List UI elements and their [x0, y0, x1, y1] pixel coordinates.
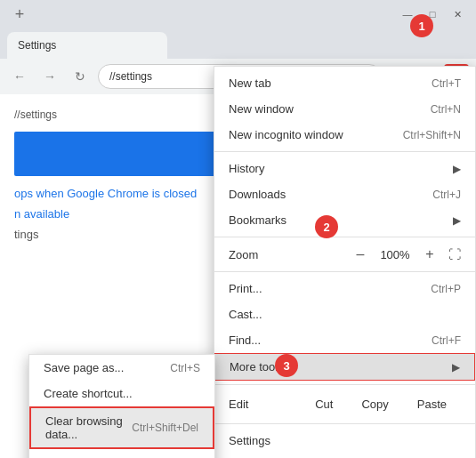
menu-item-find[interactable]: Find... Ctrl+F: [214, 327, 475, 353]
menu-item-help[interactable]: Help ▶: [214, 454, 475, 458]
dropdown-menu: New tab Ctrl+T New window Ctrl+N New inc…: [214, 66, 476, 458]
forward-button[interactable]: →: [37, 64, 62, 89]
menu-section-history: History ▶ Downloads Ctrl+J Bookmarks ▶: [214, 152, 475, 237]
menu-item-bookmarks[interactable]: Bookmarks ▶: [214, 207, 475, 233]
annotation-circle-1: 1: [410, 14, 433, 37]
close-button[interactable]: ✕: [446, 3, 469, 26]
menu-section-edit: Edit Cut Copy Paste: [214, 385, 475, 424]
menu-section-tools: Print... Ctrl+P Cast... Find... Ctrl+F M…: [214, 272, 475, 385]
submenu-extensions[interactable]: Extensions: [29, 449, 214, 458]
reload-button[interactable]: ↻: [68, 64, 93, 89]
title-bar: + — □ ✕: [0, 0, 476, 28]
zoom-row: Zoom – 100% + ⛶: [214, 241, 475, 268]
tab-title: Settings: [18, 39, 56, 52]
paste-button[interactable]: Paste: [403, 394, 461, 414]
tab-bar: Settings: [0, 28, 476, 59]
submenu-create-shortcut[interactable]: Create shortcut...: [29, 381, 214, 406]
edit-row: Edit Cut Copy Paste: [214, 389, 475, 420]
submenu-clear-browsing[interactable]: Clear browsing data... Ctrl+Shift+Del: [29, 406, 214, 449]
menu-section-settings: Settings Help ▶: [214, 424, 475, 458]
menu-item-downloads[interactable]: Downloads Ctrl+J: [214, 181, 475, 207]
menu-item-incognito[interactable]: New incognito window Ctrl+Shift+N: [214, 122, 475, 148]
zoom-controls: – 100% + ⛶: [351, 245, 461, 264]
menu-item-more-tools[interactable]: More tools ▶ Save page as... Ctrl+S Crea…: [214, 353, 475, 381]
fullscreen-icon[interactable]: ⛶: [448, 247, 461, 261]
submenu-save-page[interactable]: Save page as... Ctrl+S: [29, 355, 214, 381]
menu-item-new-window[interactable]: New window Ctrl+N: [214, 96, 475, 122]
menu-item-history[interactable]: History ▶: [214, 156, 475, 181]
menu-section-new: New tab Ctrl+T New window Ctrl+N New inc…: [214, 67, 475, 152]
cut-button[interactable]: Cut: [301, 394, 347, 414]
more-tools-submenu: Save page as... Ctrl+S Create shortcut..…: [28, 354, 215, 458]
copy-button[interactable]: Copy: [347, 394, 402, 414]
back-button[interactable]: ←: [7, 64, 32, 89]
menu-item-cast[interactable]: Cast...: [214, 301, 475, 327]
zoom-minus-button[interactable]: –: [351, 245, 370, 264]
menu-section-zoom: Zoom – 100% + ⛶: [214, 237, 475, 272]
annotation-circle-2: 2: [315, 215, 338, 238]
annotation-circle-3: 3: [275, 354, 298, 377]
new-tab-button[interactable]: +: [7, 2, 32, 27]
menu-item-print[interactable]: Print... Ctrl+P: [214, 276, 475, 301]
menu-item-settings[interactable]: Settings: [214, 428, 475, 454]
zoom-plus-button[interactable]: +: [420, 245, 440, 264]
menu-item-new-tab[interactable]: New tab Ctrl+T: [214, 70, 475, 96]
active-tab[interactable]: Settings: [7, 32, 167, 59]
browser-window: + — □ ✕ Settings ← → ↻ //settings ☆ 👤 ⋮ …: [0, 0, 476, 458]
